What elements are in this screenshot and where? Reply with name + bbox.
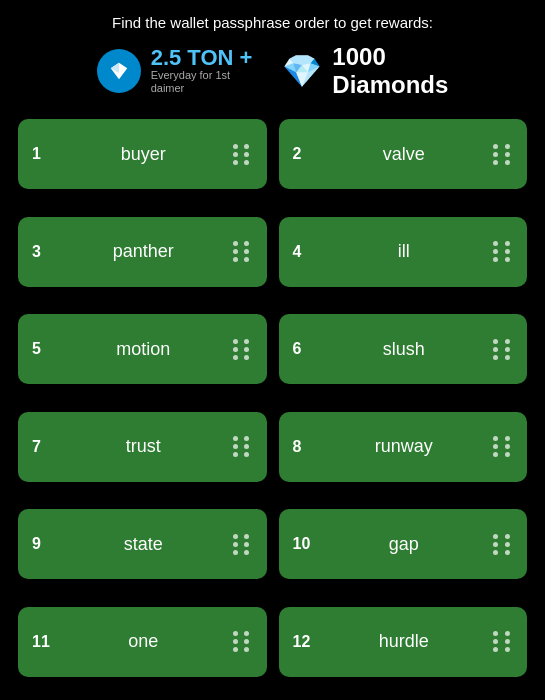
ton-amount: 2.5 TON +: [151, 47, 253, 69]
ton-sub: Everyday for 1st daimer: [151, 69, 253, 95]
word-label-9: state: [54, 534, 233, 555]
diamond-text: 1000 Diamonds: [332, 43, 448, 99]
word-label-1: buyer: [54, 144, 233, 165]
word-number-5: 5: [32, 340, 54, 358]
ton-reward: 2.5 TON + Everyday for 1st daimer: [97, 47, 253, 95]
word-label-2: valve: [315, 144, 494, 165]
word-card-4[interactable]: 4ill: [279, 217, 528, 287]
ton-icon: [97, 49, 141, 93]
word-label-5: motion: [54, 339, 233, 360]
word-label-4: ill: [315, 241, 494, 262]
word-card-7[interactable]: 7trust: [18, 412, 267, 482]
word-card-9[interactable]: 9state: [18, 509, 267, 579]
word-card-1[interactable]: 1buyer: [18, 119, 267, 189]
drag-handle-10[interactable]: [493, 534, 513, 555]
word-number-9: 9: [32, 535, 54, 553]
ton-text: 2.5 TON + Everyday for 1st daimer: [151, 47, 253, 95]
word-number-8: 8: [293, 438, 315, 456]
words-grid: 1buyer2valve3panther4ill5motion6slush7tr…: [0, 111, 545, 700]
word-number-10: 10: [293, 535, 315, 553]
word-card-11[interactable]: 11one: [18, 607, 267, 677]
word-card-12[interactable]: 12hurdle: [279, 607, 528, 677]
word-card-2[interactable]: 2valve: [279, 119, 528, 189]
drag-handle-5[interactable]: [233, 339, 253, 360]
word-card-5[interactable]: 5motion: [18, 314, 267, 384]
word-number-1: 1: [32, 145, 54, 163]
word-number-7: 7: [32, 438, 54, 456]
diamond-reward: 💎 1000 Diamonds: [282, 43, 448, 99]
drag-handle-9[interactable]: [233, 534, 253, 555]
word-card-10[interactable]: 10gap: [279, 509, 528, 579]
header-title: Find the wallet passphrase order to get …: [0, 0, 545, 39]
word-number-4: 4: [293, 243, 315, 261]
drag-handle-7[interactable]: [233, 436, 253, 457]
drag-handle-6[interactable]: [493, 339, 513, 360]
word-number-2: 2: [293, 145, 315, 163]
word-number-3: 3: [32, 243, 54, 261]
drag-handle-8[interactable]: [493, 436, 513, 457]
word-label-3: panther: [54, 241, 233, 262]
diamond-icon: 💎: [282, 52, 322, 90]
drag-handle-2[interactable]: [493, 144, 513, 165]
word-label-12: hurdle: [315, 631, 494, 652]
drag-handle-11[interactable]: [233, 631, 253, 652]
drag-handle-12[interactable]: [493, 631, 513, 652]
word-label-6: slush: [315, 339, 494, 360]
word-card-8[interactable]: 8runway: [279, 412, 528, 482]
word-card-3[interactable]: 3panther: [18, 217, 267, 287]
drag-handle-4[interactable]: [493, 241, 513, 262]
drag-handle-1[interactable]: [233, 144, 253, 165]
word-number-6: 6: [293, 340, 315, 358]
word-label-11: one: [54, 631, 233, 652]
word-label-8: runway: [315, 436, 494, 457]
word-label-10: gap: [315, 534, 494, 555]
drag-handle-3[interactable]: [233, 241, 253, 262]
word-label-7: trust: [54, 436, 233, 457]
word-card-6[interactable]: 6slush: [279, 314, 528, 384]
word-number-12: 12: [293, 633, 315, 651]
word-number-11: 11: [32, 633, 54, 651]
